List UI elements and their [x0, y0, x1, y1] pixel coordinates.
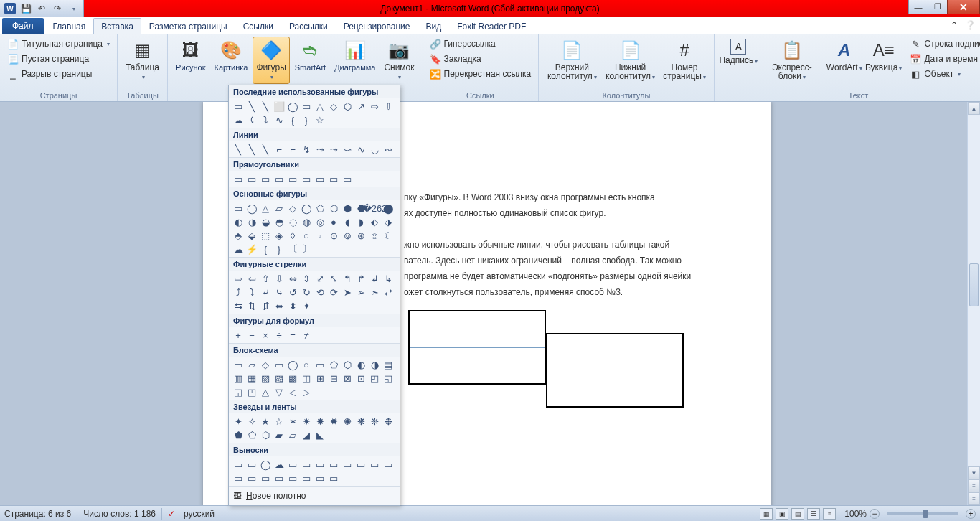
shape-item[interactable]: ◎ [314, 215, 326, 228]
shape-item[interactable]: ↲ [368, 272, 381, 285]
shape-item[interactable]: ▭ [286, 471, 299, 484]
shape-item[interactable]: ⇩ [273, 272, 286, 285]
scroll-thumb[interactable] [969, 263, 979, 306]
shape-item[interactable]: ▭ [273, 471, 286, 484]
shape-item[interactable]: ❉ [382, 415, 395, 428]
shape-item[interactable]: ⬙ [245, 229, 258, 242]
shape-item[interactable]: ⬍ [286, 299, 299, 312]
zoom-out-button[interactable]: − [870, 509, 880, 519]
shape-item[interactable]: ⬗ [382, 215, 395, 228]
shape-item[interactable]: ▷ [300, 385, 313, 398]
shape-item[interactable]: ⤳ [314, 143, 326, 156]
shape-item[interactable]: △ [259, 385, 272, 398]
shape-item[interactable]: ▭ [232, 202, 245, 215]
help-icon[interactable]: ❔ [965, 20, 976, 30]
zoom-slider[interactable] [887, 512, 958, 515]
shape-item[interactable]: ⊠ [341, 372, 354, 385]
shape-item[interactable]: ⬜ [273, 100, 286, 113]
shape-item[interactable]: ⇩ [382, 100, 395, 113]
shape-item[interactable]: ▱ [286, 428, 299, 441]
shape-item[interactable]: ◯ [300, 202, 313, 215]
shape-item[interactable]: ◖ [341, 215, 354, 228]
drawn-line[interactable] [410, 347, 545, 348]
shape-item[interactable]: ☾ [382, 229, 395, 242]
shape-item[interactable]: ➤ [341, 286, 354, 299]
shape-item[interactable]: ▩ [286, 372, 299, 385]
shape-item[interactable]: ⇄ [382, 286, 395, 299]
undo-button[interactable]: ↶ [34, 1, 49, 16]
shape-item[interactable]: ▭ [273, 172, 286, 185]
header-button[interactable]: 📄Верхний колонтитул▾ [543, 37, 600, 84]
shape-item[interactable]: ▭ [341, 172, 354, 185]
shape-item[interactable]: ↻ [300, 286, 313, 299]
shape-item[interactable]: } [273, 243, 286, 255]
shape-item[interactable]: + [232, 329, 245, 342]
shape-item[interactable]: ⤡ [327, 272, 340, 285]
shape-item[interactable]: { [286, 113, 299, 126]
shape-item[interactable]: ◒ [259, 215, 272, 228]
shape-item[interactable]: ⤻ [341, 143, 354, 156]
shape-item[interactable]: ▭ [382, 458, 395, 471]
minimize-ribbon-icon[interactable]: ⌃ [951, 20, 958, 30]
view-print-layout[interactable]: ▦ [760, 508, 773, 520]
shape-item[interactable]: ✦ [232, 415, 245, 428]
shape-item[interactable]: ⊛ [354, 229, 367, 242]
shape-item[interactable]: ☁ [232, 243, 245, 255]
shape-item[interactable]: ◗ [354, 215, 367, 228]
shape-item[interactable]: ▨ [273, 372, 286, 385]
shape-item[interactable]: ❊ [368, 415, 381, 428]
shape-item[interactable]: ⊚ [341, 229, 354, 242]
hyperlink-button[interactable]: 🔗Гиперссылка [427, 37, 534, 51]
shape-item[interactable]: ◈ [273, 229, 286, 242]
tab-mailings[interactable]: Рассылки [281, 18, 336, 34]
shape-item[interactable]: ⊞ [314, 372, 326, 385]
shape-item[interactable]: ▭ [341, 458, 354, 471]
shape-item[interactable]: ◰ [368, 372, 381, 385]
shape-item[interactable]: ↯ [300, 143, 313, 156]
shape-item[interactable]: ▭ [327, 172, 340, 185]
shape-item[interactable]: ⬌ [273, 299, 286, 312]
shape-item[interactable]: ◣ [314, 428, 326, 441]
shape-item[interactable]: ✺ [341, 415, 354, 428]
shape-item[interactable]: ▭ [232, 358, 245, 371]
clipart-button[interactable]: 🎨Картинка [211, 37, 252, 74]
shape-item[interactable]: ⤴ [232, 286, 245, 299]
scroll-down-icon[interactable]: ▼ [968, 466, 980, 479]
document-area[interactable]: пку «Фигуры». В Word 2003 внизу окна про… [0, 102, 967, 505]
shape-item[interactable]: ➣ [368, 286, 381, 299]
view-draft[interactable]: ≡ [823, 508, 836, 520]
shape-item[interactable]: ⬡ [259, 428, 272, 441]
shape-item[interactable]: ▭ [314, 471, 326, 484]
tab-insert[interactable]: Вставка [93, 18, 141, 34]
shape-item[interactable]: } [300, 113, 313, 126]
shape-item[interactable]: ▽ [273, 385, 286, 398]
shape-item[interactable]: ◇ [327, 100, 340, 113]
shape-item[interactable]: ⇆ [232, 299, 245, 312]
minimize-button[interactable]: — [908, 0, 928, 14]
shape-item[interactable]: ✸ [314, 415, 326, 428]
shape-item[interactable]: ◓ [273, 215, 286, 228]
shape-item[interactable]: ☺ [368, 229, 381, 242]
new-canvas-button[interactable]: 🖽 Новое полотно [229, 487, 400, 505]
shape-item[interactable]: ◍ [300, 215, 313, 228]
shape-item[interactable]: ◦ [314, 229, 326, 242]
status-language[interactable]: русский [184, 509, 215, 519]
shape-item[interactable]: ⇕ [300, 272, 313, 285]
scroll-up-icon[interactable]: ▲ [968, 102, 980, 115]
shape-item[interactable]: ◇ [259, 358, 272, 371]
shape-item[interactable]: ◐ [354, 358, 367, 371]
shape-item[interactable]: ⤢ [314, 272, 326, 285]
shape-item[interactable]: ▤ [382, 358, 395, 371]
shape-item[interactable]: ▭ [273, 358, 286, 371]
status-words[interactable]: Число слов: 1 186 [83, 509, 156, 519]
shape-item[interactable]: ★ [259, 415, 272, 428]
shape-item[interactable]: × [259, 329, 272, 342]
shape-item[interactable]: ⇅ [245, 299, 258, 312]
shape-item[interactable]: ○ [300, 358, 313, 371]
shape-item[interactable]: ≠ [300, 329, 313, 342]
shape-item[interactable]: ◁ [286, 385, 299, 398]
shape-item[interactable]: ◲ [232, 385, 245, 398]
blank-page-button[interactable]: 📃Пустая страница [4, 52, 113, 66]
shape-item[interactable]: ↱ [354, 272, 367, 285]
shape-item[interactable]: { [259, 243, 272, 255]
